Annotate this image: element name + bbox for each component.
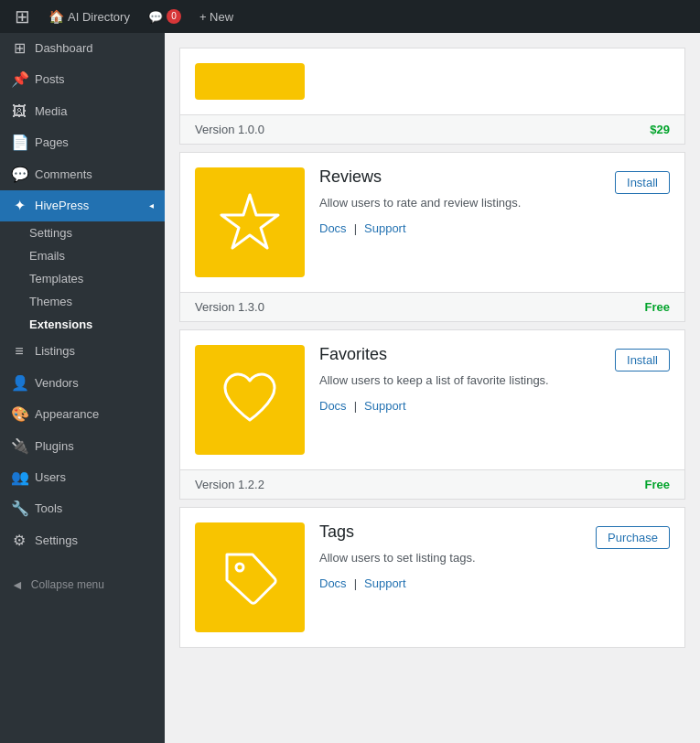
partial-price: $29: [650, 123, 670, 136]
sidebar-label-settings: Settings: [35, 533, 78, 549]
tags-purchase-button[interactable]: Purchase: [596, 526, 670, 549]
posts-icon: 📌: [11, 70, 27, 90]
listings-icon: ≡: [11, 341, 27, 361]
sidebar-item-vendors[interactable]: 👤 Vendors: [0, 368, 165, 399]
sidebar-label-vendors: Vendors: [35, 375, 79, 392]
sidebar-item-media[interactable]: 🖼 Media: [0, 96, 165, 127]
reviews-title: Reviews: [319, 167, 600, 187]
favorites-support-link[interactable]: Support: [364, 399, 406, 413]
favorites-links: Docs | Support: [319, 399, 600, 413]
sub-label-extensions: Extensions: [29, 318, 92, 331]
sidebar-sub-emails[interactable]: Emails: [0, 244, 165, 267]
svg-marker-0: [221, 195, 278, 248]
reviews-docs-link[interactable]: Docs: [319, 221, 347, 235]
tags-links: Docs | Support: [319, 576, 581, 590]
tags-action: Purchase: [596, 522, 670, 549]
users-icon: 👥: [11, 468, 27, 488]
favorites-footer: Version 1.2.2 Free: [180, 469, 684, 499]
partial-version: Version 1.0.0: [195, 123, 264, 136]
reviews-install-button[interactable]: Install: [615, 171, 670, 194]
sidebar-item-listings[interactable]: ≡ Listings: [0, 336, 165, 367]
wp-logo-icon: ⊞: [15, 5, 30, 27]
favorites-price: Free: [645, 478, 670, 491]
sidebar-sub-themes[interactable]: Themes: [0, 290, 165, 313]
sidebar-item-plugins[interactable]: 🔌 Plugins: [0, 431, 165, 462]
tags-extension-icon: [195, 522, 305, 632]
reviews-support-link[interactable]: Support: [364, 221, 406, 235]
collapse-menu-label: Collapse menu: [31, 577, 104, 593]
favorites-info: Favorites Allow users to keep a list of …: [319, 345, 600, 413]
favorites-extension-icon: [195, 345, 305, 455]
star-svg: [218, 190, 282, 254]
favorites-link-separator: |: [354, 399, 357, 413]
reviews-version: Version 1.3.0: [195, 300, 264, 314]
tags-info: Tags Allow users to set listing tags. Do…: [319, 522, 581, 590]
sidebar-label-media: Media: [35, 103, 67, 120]
sidebar-item-tools[interactable]: 🔧 Tools: [0, 493, 165, 524]
comment-icon: 💬: [148, 10, 163, 24]
sidebar-label-tools: Tools: [35, 501, 62, 517]
site-title: AI Directory: [68, 10, 130, 24]
favorites-version: Version 1.2.2: [195, 478, 264, 491]
favorites-action: Install: [615, 345, 670, 372]
site-name-button[interactable]: 🏠 AI Directory: [41, 0, 137, 33]
favorites-install-button[interactable]: Install: [615, 349, 670, 372]
sidebar-label-dashboard: Dashboard: [35, 40, 93, 57]
tags-docs-link[interactable]: Docs: [319, 576, 347, 590]
sidebar-sub-settings[interactable]: Settings: [0, 221, 165, 244]
sidebar-sub-templates[interactable]: Templates: [0, 267, 165, 290]
new-label: + New: [199, 10, 233, 24]
appearance-icon: 🎨: [11, 404, 27, 425]
partial-card-icon: [195, 63, 305, 100]
extension-card-reviews: Reviews Allow users to rate and review l…: [179, 152, 685, 322]
sidebar-label-posts: Posts: [35, 71, 65, 88]
reviews-link-separator: |: [354, 221, 357, 235]
new-content-button[interactable]: + New: [192, 0, 241, 33]
pages-icon: 📄: [11, 133, 27, 153]
reviews-links: Docs | Support: [319, 221, 600, 235]
sub-label-emails: Emails: [29, 249, 65, 263]
sidebar-item-hivepress[interactable]: ✦ HivePress ◂: [0, 190, 165, 221]
media-icon: 🖼: [11, 102, 27, 122]
content-area: Version 1.0.0 $29 Reviews Allow users to…: [165, 33, 700, 743]
favorites-title: Favorites: [319, 345, 600, 364]
reviews-info: Reviews Allow users to rate and review l…: [319, 167, 600, 235]
tags-link-separator: |: [354, 576, 357, 590]
reviews-description: Allow users to rate and review listings.: [319, 194, 600, 212]
sidebar-item-posts[interactable]: 📌 Posts: [0, 64, 165, 95]
svg-point-1: [236, 564, 243, 571]
sidebar-item-pages[interactable]: 📄 Pages: [0, 127, 165, 158]
collapse-menu-button[interactable]: ◄ Collapse menu: [0, 571, 165, 600]
tags-description: Allow users to set listing tags.: [319, 549, 581, 567]
sidebar-label-pages: Pages: [35, 135, 69, 151]
sidebar-item-appearance[interactable]: 🎨 Appearance: [0, 399, 165, 430]
dashboard-icon: ⊞: [11, 38, 27, 59]
sidebar: ⊞ Dashboard 📌 Posts 🖼 Media 📄 Pages 💬 Co…: [0, 33, 165, 743]
comments-count: 0: [167, 9, 181, 24]
sub-label-themes: Themes: [29, 295, 72, 308]
tags-support-link[interactable]: Support: [364, 576, 406, 590]
sidebar-label-users: Users: [35, 469, 66, 486]
comments-icon: 💬: [11, 165, 27, 185]
sidebar-item-comments[interactable]: 💬 Comments: [0, 159, 165, 190]
home-icon: 🏠: [48, 9, 64, 24]
extension-card-favorites: Favorites Allow users to keep a list of …: [179, 329, 685, 500]
sidebar-label-appearance: Appearance: [35, 406, 99, 423]
sidebar-sub-extensions[interactable]: Extensions: [0, 313, 165, 336]
sub-label-templates: Templates: [29, 272, 83, 285]
tags-title: Tags: [319, 522, 581, 542]
sidebar-item-dashboard[interactable]: ⊞ Dashboard: [0, 33, 165, 64]
reviews-price: Free: [645, 300, 670, 314]
extension-card-tags: Tags Allow users to set listing tags. Do…: [179, 507, 685, 648]
plugins-icon: 🔌: [11, 436, 27, 457]
reviews-footer: Version 1.3.0 Free: [180, 292, 684, 321]
comments-button[interactable]: 💬 0: [141, 0, 188, 33]
sidebar-item-settings[interactable]: ⚙ Settings: [0, 525, 165, 556]
tools-icon: 🔧: [11, 499, 27, 519]
tag-svg: [218, 545, 282, 609]
partial-card-footer: Version 1.0.0 $29: [180, 114, 684, 144]
favorites-docs-link[interactable]: Docs: [319, 399, 347, 413]
wp-logo-button[interactable]: ⊞: [7, 0, 38, 33]
reviews-extension-icon: [195, 167, 305, 277]
sidebar-item-users[interactable]: 👥 Users: [0, 462, 165, 493]
